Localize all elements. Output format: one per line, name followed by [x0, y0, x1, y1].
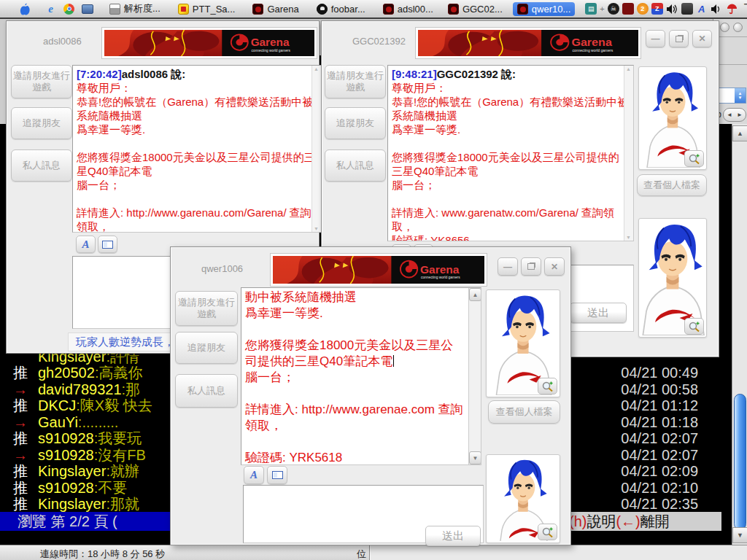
- invite-friends-button[interactable]: 邀請朋友進行遊戲: [11, 65, 72, 98]
- horizontal-scroller[interactable]: ◄►: [723, 108, 746, 122]
- garena-banner: [415, 27, 641, 59]
- font-button[interactable]: A: [76, 236, 96, 253]
- aqua-scrollbar[interactable]: ▲ ▼: [732, 124, 747, 545]
- taskbar-item-ggc021392[interactable]: GGC02...: [444, 2, 507, 16]
- garena-tray-icon[interactable]: [622, 3, 634, 15]
- message-line: [77, 136, 317, 150]
- speaker-icon[interactable]: [711, 3, 723, 15]
- close-button[interactable]: ✕: [692, 30, 712, 47]
- media-app-icon[interactable]: [81, 3, 93, 15]
- display-tray-icon[interactable]: [681, 3, 693, 15]
- scrollbar-thumb[interactable]: [734, 394, 746, 530]
- badge-tray-icon[interactable]: 2: [637, 3, 649, 15]
- avira-umbrella-icon[interactable]: [726, 3, 738, 15]
- emoticon-button[interactable]: [267, 466, 287, 484]
- message-line: 詳情進入: http://www.garenau.com/Garena/ 查詢領…: [77, 206, 317, 233]
- private-message-button[interactable]: 私人訊息: [325, 149, 386, 182]
- notes-tray-icon[interactable]: ▤: [585, 3, 597, 15]
- help-label: 說明: [587, 513, 616, 529]
- spin-down-icon: ▼: [738, 96, 743, 100]
- message-scrollbar[interactable]: [311, 66, 321, 232]
- view-profile-button[interactable]: 查看個人檔案: [637, 174, 707, 196]
- comment-time: 04/21 02:09: [621, 463, 698, 480]
- restore-button[interactable]: [669, 30, 689, 47]
- taskbar-item-resolution[interactable]: 解析度...: [105, 1, 165, 17]
- filezilla-tray-icon[interactable]: Z: [651, 3, 663, 15]
- zoom-avatar-button[interactable]: [538, 378, 557, 394]
- message-edit-area[interactable]: 動中被系統隨機抽選 爲幸運一等獎. 您將獲得獎金18000元美金以及三星公司提供…: [241, 287, 481, 465]
- taskbar-item-qwer1006-active[interactable]: qwer10...: [513, 2, 575, 16]
- scroll-left-icon[interactable]: ◄: [727, 112, 732, 118]
- comment-time: 04/21 01:18: [621, 414, 698, 431]
- follow-friends-button[interactable]: 追蹤朋友: [175, 332, 238, 364]
- window-dot[interactable]: [733, 23, 743, 32]
- follow-friends-button[interactable]: 追蹤朋友: [325, 107, 386, 139]
- send-button[interactable]: 送出: [570, 303, 627, 323]
- message-scrollbar[interactable]: [624, 66, 633, 241]
- messenger-tray-icon[interactable]: A: [696, 3, 708, 15]
- zoom-avatar-button[interactable]: [684, 318, 704, 335]
- message-scrollbar[interactable]: ▲ ▼: [468, 288, 481, 464]
- chat-window-qwer1006: qwer1006 — ✕ 邀請朋友進行遊戲 追蹤朋友 私人訊息 動中被系統隨機抽…: [170, 246, 571, 545]
- commenter-id: Kingslayer: [38, 496, 106, 512]
- message-sender: GGC021392 說:: [437, 68, 516, 80]
- scroll-up-icon[interactable]: ▲: [732, 125, 747, 141]
- restore-button[interactable]: [521, 257, 541, 276]
- minimize-icon: —: [503, 262, 512, 272]
- zoom-avatar-button[interactable]: [684, 150, 704, 167]
- message-line: [245, 322, 465, 338]
- font-button[interactable]: A: [244, 466, 264, 484]
- taskbar-item-ptt[interactable]: PTT_Sa...: [174, 2, 240, 16]
- apple-menu-icon[interactable]: [19, 3, 31, 15]
- background-input[interactable]: ▲▼: [717, 88, 746, 104]
- message-history[interactable]: [9:48:21]GGC021392 說: 尊敬用戶： 恭喜!您的帳號在（Gar…: [387, 65, 634, 241]
- follow-friends-button[interactable]: 追蹤朋友: [11, 107, 72, 139]
- message-line: 動中被系統隨機抽選: [245, 289, 465, 306]
- taskbar-item-foobar[interactable]: foobar...: [312, 2, 370, 16]
- skull-tray-icon[interactable]: ☠: [608, 3, 619, 15]
- commenter-id: Kingslayer: [38, 463, 106, 479]
- view-profile-button[interactable]: 查看個人檔案: [488, 400, 560, 424]
- private-message-button[interactable]: 私人訊息: [175, 374, 238, 408]
- marquee-text: 玩家人數逆勢成長，直: [69, 335, 185, 349]
- message-history[interactable]: [7:20:42]adsl0086 說: 尊敬用戶： 恭喜!您的帳號在（Gare…: [72, 65, 322, 233]
- private-message-button[interactable]: 私人訊息: [11, 149, 72, 182]
- emoticon-button[interactable]: [98, 236, 117, 253]
- zoom-avatar-button[interactable]: [538, 524, 557, 540]
- chrome-icon[interactable]: [63, 3, 75, 15]
- message-line: 詳情進入: http://www.garenae.com 查詢領取，: [245, 402, 465, 434]
- window-dot[interactable]: [720, 23, 729, 32]
- taskbar-item-garena[interactable]: Garena: [248, 2, 303, 16]
- comment-text: :我要玩: [94, 430, 142, 446]
- message-line: 恭喜!您的帳號在（Garena）有禮歡樂送活動中被系統隨機抽選: [77, 95, 317, 122]
- ptt-help-bar: (h)說明(←)離開: [569, 512, 721, 531]
- message-line: 詳情進入: www.garenatw.com/Garena/ 查詢領取，: [392, 206, 630, 233]
- message-line: 恭喜!您的帳號在（Garena）有禮歡樂送活動中被系統隨機抽選: [392, 95, 630, 122]
- task-label: adsl00...: [398, 4, 433, 15]
- message-line: [392, 136, 630, 150]
- ie-icon[interactable]: e: [44, 3, 57, 15]
- scroll-right-icon[interactable]: ►: [737, 112, 743, 118]
- scroll-down-icon[interactable]: ▼: [469, 451, 481, 464]
- arrow-tag: →: [13, 381, 38, 398]
- message-line: [245, 386, 465, 402]
- statusbar-right-panel: [371, 545, 747, 560]
- minimize-button[interactable]: —: [646, 30, 665, 47]
- scroll-up-icon[interactable]: ▲: [469, 288, 481, 301]
- invite-friends-button[interactable]: 邀請朋友進行遊戲: [175, 291, 238, 326]
- volume-icon[interactable]: [666, 3, 678, 15]
- close-button[interactable]: ✕: [544, 257, 565, 276]
- spinner-control[interactable]: ▲▼: [735, 88, 746, 103]
- task-label: GGC02...: [462, 4, 503, 15]
- statusbar-divider: [369, 545, 371, 560]
- garena-app-icon: [383, 4, 394, 15]
- send-button[interactable]: 送出: [425, 526, 481, 546]
- minimize-button[interactable]: —: [498, 257, 518, 276]
- scroll-down-icon[interactable]: ▼: [732, 527, 747, 543]
- printer-icon: [109, 4, 120, 15]
- comment-time: 04/21 00:58: [621, 381, 698, 398]
- taskbar-item-adsl0086[interactable]: adsl00...: [379, 2, 438, 16]
- task-label: Garena: [267, 4, 298, 15]
- invite-friends-button[interactable]: 邀請朋友進行遊戲: [325, 65, 386, 98]
- plus-icon[interactable]: +: [600, 4, 604, 13]
